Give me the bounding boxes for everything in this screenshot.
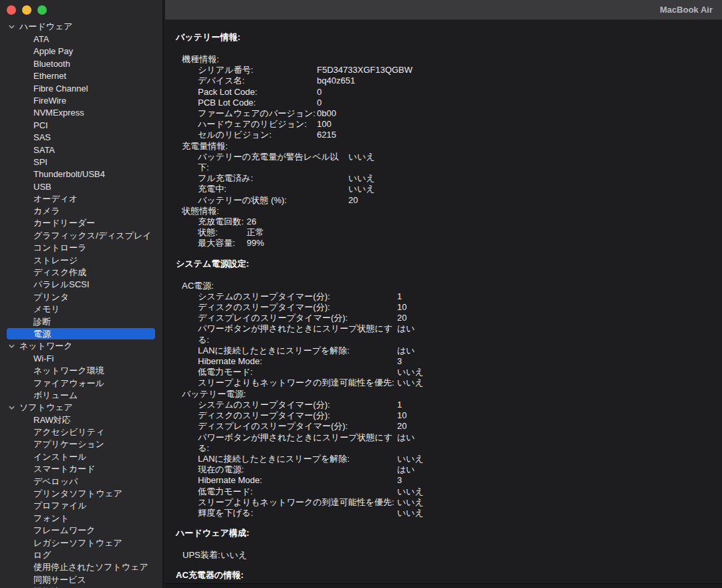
sidebar-item[interactable]: 診断 <box>0 315 162 327</box>
info-label: LANに接続したときにスリープを解除: <box>198 454 397 464</box>
info-value: 10 <box>397 302 406 313</box>
sidebar-item[interactable]: フォント <box>0 512 162 525</box>
sidebar-item[interactable]: 同期サービス <box>0 574 162 586</box>
sidebar-item[interactable]: ファイアウォール <box>0 377 162 389</box>
sidebar-item[interactable]: プリンタ <box>0 291 162 303</box>
sidebar-section-header[interactable]: ネットワーク <box>0 340 162 352</box>
sidebar-item-label: ボリューム <box>7 390 78 402</box>
sidebar-item[interactable]: カードリーダー <box>0 217 162 229</box>
sidebar-item[interactable]: FireWire <box>0 94 162 106</box>
info-row: ディスクのスリープタイマー(分): 10 <box>176 302 711 313</box>
sidebar-item[interactable]: ボリューム <box>0 390 162 402</box>
sidebar-item[interactable]: USB <box>0 180 162 192</box>
info-row: 充放電回数: 26 <box>176 216 711 227</box>
minimize-button[interactable] <box>22 5 31 15</box>
titlebar[interactable]: MacBook Air <box>165 0 722 20</box>
info-label: 最大容量: <box>198 238 247 249</box>
info-row: ディスプレイのスリープタイマー(分): 20 <box>176 421 711 432</box>
sidebar-item[interactable]: 使用停止されたソフトウェア <box>0 561 162 573</box>
info-label: PCB Lot Code: <box>198 98 317 108</box>
info-value: いいえ <box>397 486 424 497</box>
sidebar-item-label: Bluetooth <box>7 59 70 69</box>
sidebar-item-label: SATA <box>7 145 55 155</box>
sidebar-item[interactable]: スマートカード <box>0 463 162 475</box>
group-title: AC電源: <box>182 281 711 291</box>
sidebar-item[interactable]: フレームワーク <box>0 525 162 537</box>
sidebar-item[interactable]: ネットワーク環境 <box>0 365 162 377</box>
info-row: 充電中: いいえ <box>176 184 711 194</box>
info-value: 26 <box>247 216 256 227</box>
sidebar-item-label: カメラ <box>7 205 60 217</box>
sidebar-item[interactable]: PCI <box>0 119 162 131</box>
sidebar-item-label: ディスク作成 <box>7 267 86 279</box>
sidebar-item[interactable]: インストール <box>0 451 162 463</box>
close-button[interactable] <box>7 5 16 15</box>
sidebar-item[interactable]: SATA <box>0 144 162 156</box>
info-label: 低電力モード: <box>198 486 397 497</box>
sidebar-item[interactable]: アクセシビリティ <box>0 426 162 438</box>
info-label: ハードウェアのリビジョン: <box>198 119 317 130</box>
sidebar-item[interactable]: ストレージ <box>0 254 162 266</box>
sidebar-item[interactable]: Apple Pay <box>0 45 162 57</box>
info-value: 20 <box>397 313 406 323</box>
info-label: UPS装着: <box>183 550 221 561</box>
info-row: ディスプレイのスリープタイマー(分): 20 <box>176 313 711 323</box>
sidebar-item[interactable]: アプリケーション <box>0 438 162 450</box>
report-pane[interactable]: バッテリー情報: 機種情報: シリアル番号: F5D34733XGF13QGBW… <box>165 21 722 583</box>
sidebar[interactable]: ハードウェア ATA Apple Pay Bluetooth Ethernet … <box>0 0 164 588</box>
info-row: ハードウェアのリビジョン: 100 <box>176 119 711 130</box>
sidebar-list[interactable]: ハードウェア ATA Apple Pay Bluetooth Ethernet … <box>0 21 162 588</box>
sidebar-item-label: フレームワーク <box>7 525 96 537</box>
sidebar-item[interactable]: グラフィックス/ディスプレイ <box>0 230 162 242</box>
sidebar-item[interactable]: コントローラ <box>0 242 162 254</box>
info-row: 最大容量: 99% <box>176 238 711 249</box>
info-value: 6215 <box>317 130 336 140</box>
info-row: 輝度を下げる: いいえ <box>176 508 711 519</box>
section-heading: ハードウェア構成: <box>176 528 711 539</box>
sidebar-item-label: プリンタソフトウェア <box>7 488 122 500</box>
info-label: Hibernate Mode: <box>198 475 397 486</box>
sidebar-item-label: スマートカード <box>7 463 96 475</box>
info-label: Hibernate Mode: <box>198 356 397 367</box>
sidebar-item-label: プロファイル <box>7 500 87 512</box>
info-label: 現在の電源: <box>198 464 397 475</box>
sidebar-item[interactable]: カメラ <box>0 205 162 217</box>
sidebar-item[interactable]: デベロッパ <box>0 475 162 487</box>
sidebar-item[interactable]: プロファイル <box>0 500 162 512</box>
info-label: 状態: <box>198 227 247 238</box>
sidebar-item[interactable]: Thunderbolt/USB4 <box>0 168 162 180</box>
info-row: UPS装着: いいえ <box>176 550 711 561</box>
chevron-down-icon <box>8 342 17 351</box>
info-row: デバイス名: bq40z651 <box>176 76 711 86</box>
info-label: セルのリビジョン: <box>198 130 317 140</box>
info-label: 充電中: <box>198 184 348 194</box>
info-value: 0b00 <box>317 108 336 119</box>
sidebar-item[interactable]: パラレルSCSI <box>0 279 162 291</box>
sidebar-section-header[interactable]: ソフトウェア <box>0 402 162 414</box>
sidebar-item-label: パラレルSCSI <box>7 279 90 291</box>
sidebar-item[interactable]: Fibre Channel <box>0 82 162 94</box>
sidebar-item[interactable]: レガシーソフトウェア <box>0 537 162 549</box>
info-value: 99% <box>247 238 264 249</box>
sidebar-item[interactable]: オーディオ <box>0 192 162 204</box>
sidebar-item[interactable]: SPI <box>0 156 162 168</box>
sidebar-item[interactable]: Ethernet <box>0 70 162 82</box>
sidebar-item[interactable]: 電源 <box>0 328 162 340</box>
sidebar-item[interactable]: ログ <box>0 549 162 561</box>
sidebar-item[interactable]: ディスク作成 <box>0 267 162 279</box>
sidebar-item-label: Wi-Fi <box>7 353 53 363</box>
sidebar-item[interactable]: Wi-Fi <box>0 353 162 365</box>
sidebar-item[interactable]: メモリ <box>0 303 162 315</box>
info-label: ディスクのスリープタイマー(分): <box>198 410 397 421</box>
info-value: 0 <box>317 87 322 98</box>
sidebar-item[interactable]: SAS <box>0 132 162 144</box>
sidebar-item[interactable]: NVMExpress <box>0 107 162 119</box>
info-row: シリアル番号: F5D34733XGF13QGBW <box>176 65 711 76</box>
sidebar-item[interactable]: ATA <box>0 33 162 45</box>
sidebar-item[interactable]: プリンタソフトウェア <box>0 488 162 500</box>
info-row: フル充電済み: いいえ <box>176 173 711 184</box>
sidebar-item[interactable]: Bluetooth <box>0 57 162 69</box>
sidebar-item[interactable]: RAW対応 <box>0 414 162 426</box>
sidebar-section-header[interactable]: ハードウェア <box>0 21 162 33</box>
zoom-button[interactable] <box>37 5 47 15</box>
